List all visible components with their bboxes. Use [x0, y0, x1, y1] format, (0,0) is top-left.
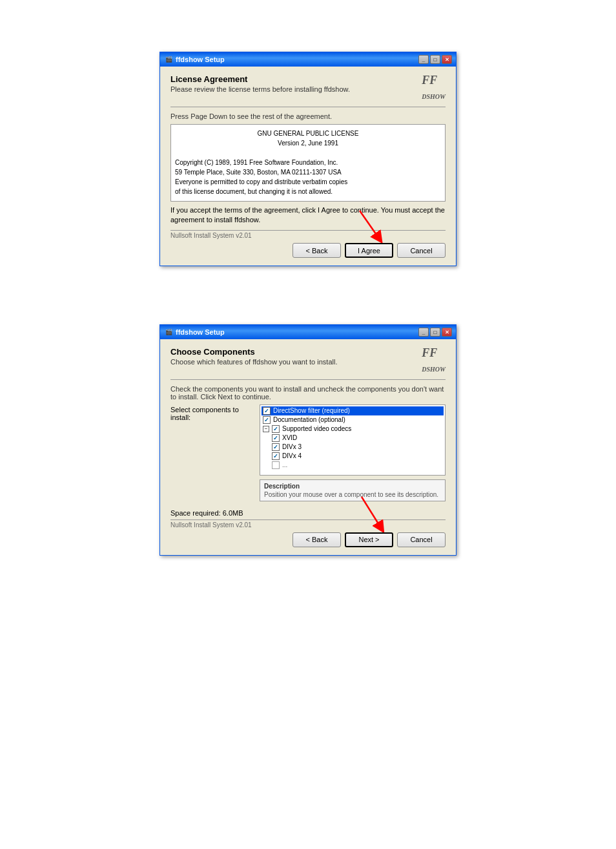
app-icon-1: 🎬 — [164, 55, 173, 64]
red-arrow-2 — [355, 494, 391, 532]
dialog-body-2: Choose Components Choose which features … — [160, 339, 456, 555]
back-button-1[interactable]: < Back — [293, 243, 341, 258]
dialog-header-2: Choose Components Choose which features … — [170, 347, 446, 373]
component-directshow[interactable]: ✓ DirectShow filter (required) — [262, 406, 444, 415]
dialog-body-1: License Agreement Please review the lice… — [160, 67, 456, 266]
description-title: Description — [264, 483, 441, 490]
svg-line-1 — [360, 211, 379, 238]
header-title-1: License Agreement — [170, 74, 350, 84]
components-section: Select components to install: ✓ DirectSh… — [170, 404, 446, 505]
label-directshow: DirectShow filter (required) — [273, 407, 350, 414]
expand-video-codecs[interactable]: − — [263, 426, 269, 432]
title-bar-2: 🎬 ffdshow Setup _ □ ✕ — [160, 325, 456, 339]
app-icon-2: 🎬 — [164, 328, 173, 337]
close-button-1[interactable]: ✕ — [442, 55, 452, 64]
label-video-codecs: Supported video codecs — [282, 425, 351, 432]
license-text-area[interactable]: GNU GENERAL PUBLIC LICENSE Version 2, Ju… — [170, 124, 446, 202]
component-divx3[interactable]: ✓ DIVx 3 — [271, 443, 444, 452]
component-xvid[interactable]: ✓ XVID — [271, 434, 444, 443]
label-documentation: Documentation (optional) — [273, 416, 345, 423]
checkbox-divx4[interactable]: ✓ — [272, 452, 280, 460]
components-right: ✓ DirectShow filter (required) ✓ Documen… — [260, 404, 446, 505]
components-list[interactable]: ✓ DirectShow filter (required) ✓ Documen… — [260, 404, 446, 476]
title-bar-1: 🎬 ffdshow Setup _ □ ✕ — [160, 52, 456, 67]
window-controls-2: _ □ ✕ — [418, 328, 452, 337]
checkbox-documentation[interactable]: ✓ — [263, 416, 271, 424]
space-required: Space required: 6.0MB — [170, 509, 446, 517]
header-title-2: Choose Components — [170, 347, 337, 357]
button-row-2: < Back Next > Cancel — [170, 532, 446, 550]
select-label: Select components to install: — [170, 404, 254, 505]
red-arrow-1 — [353, 207, 389, 243]
checkbox-other[interactable] — [272, 461, 280, 469]
ffdshow-logo-2: FF DSHOW — [422, 347, 446, 373]
back-button-2[interactable]: < Back — [293, 532, 341, 547]
maximize-button-2[interactable]: □ — [430, 328, 440, 337]
title-text-1: ffdshow Setup — [176, 56, 225, 63]
status-bar-2: Nullsoft Install System v2.01 — [170, 519, 446, 529]
window-controls-1: _ □ ✕ — [418, 55, 452, 64]
maximize-button-1[interactable]: □ — [430, 55, 440, 64]
label-xvid: XVID — [282, 434, 297, 441]
header-text-2: Choose Components Choose which features … — [170, 347, 337, 366]
checkbox-video-codecs[interactable]: ✓ — [272, 425, 280, 433]
component-other[interactable]: ... — [271, 461, 444, 470]
dialog-header-1: License Agreement Please review the lice… — [170, 74, 446, 100]
close-button-2[interactable]: ✕ — [442, 328, 452, 337]
component-documentation[interactable]: ✓ Documentation (optional) — [262, 415, 444, 424]
cancel-button-1[interactable]: Cancel — [397, 243, 446, 258]
license-content: GNU GENERAL PUBLIC LICENSE Version 2, Ju… — [175, 129, 441, 202]
accept-text: If you accept the terms of the agreement… — [170, 205, 446, 225]
header-subtitle-2: Choose which features of ffdshow you wan… — [170, 358, 337, 366]
title-text-2: ffdshow Setup — [176, 328, 225, 336]
description-box: Description Position your mouse over a c… — [260, 479, 446, 501]
checkbox-divx3[interactable]: ✓ — [272, 443, 280, 451]
svg-line-3 — [362, 497, 381, 528]
license-agreement-dialog: 🎬 ffdshow Setup _ □ ✕ License Agreement … — [159, 52, 457, 266]
minimize-button-1[interactable]: _ — [418, 55, 429, 64]
button-row-1: < Back I Agree Cancel — [170, 243, 446, 260]
checkbox-xvid[interactable]: ✓ — [272, 434, 280, 442]
separator-1 — [170, 107, 446, 107]
component-video-codecs[interactable]: − ✓ Supported video codecs — [262, 424, 444, 434]
checkbox-directshow[interactable]: ✓ — [263, 407, 271, 415]
label-other: ... — [282, 461, 287, 468]
next-button[interactable]: Next > — [345, 532, 393, 547]
separator-2 — [170, 379, 446, 380]
header-text-1: License Agreement Please review the lice… — [170, 74, 350, 93]
label-divx4: DIVx 4 — [282, 452, 302, 459]
status-bar-1: Nullsoft Install System v2.01 — [170, 230, 446, 239]
label-divx3: DIVx 3 — [282, 443, 302, 450]
description-content: Position your mouse over a component to … — [264, 491, 441, 498]
header-subtitle-1: Please review the license terms before i… — [170, 85, 350, 93]
instruction-text-1: Press Page Down to see the rest of the a… — [170, 112, 446, 120]
instruction-text-2: Check the components you want to install… — [170, 385, 446, 401]
component-divx4[interactable]: ✓ DIVx 4 — [271, 452, 444, 461]
cancel-button-2[interactable]: Cancel — [397, 532, 446, 547]
minimize-button-2[interactable]: _ — [418, 328, 429, 337]
choose-components-dialog: 🎬 ffdshow Setup _ □ ✕ Choose Components … — [159, 324, 457, 556]
ffdshow-logo-1: FF DSHOW — [422, 74, 446, 100]
agree-button[interactable]: I Agree — [345, 243, 393, 258]
